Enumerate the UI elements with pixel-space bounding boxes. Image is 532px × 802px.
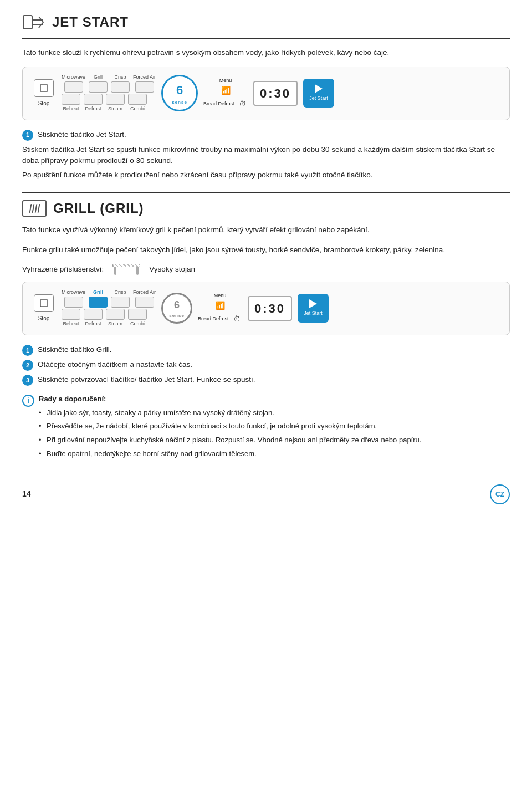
- sense-number-2: 6: [174, 298, 180, 313]
- play-icon: [315, 84, 323, 93]
- grill-icon: [22, 200, 47, 217]
- cz-badge: CZ: [490, 484, 510, 504]
- bottom-mode-row: Reheat Defrost Steam Combi: [62, 94, 156, 113]
- jet-start-button[interactable]: Jet Start: [303, 79, 334, 108]
- sense-dial-2[interactable]: 6 sense: [161, 293, 192, 324]
- defrost-btn-2[interactable]: Defrost: [84, 309, 103, 328]
- info-icon: i: [22, 395, 34, 407]
- sense-sub-2: sense: [169, 313, 185, 319]
- svg-rect-0: [23, 16, 32, 29]
- svg-rect-4: [40, 300, 47, 307]
- bread-defrost-label-2: Bread Defrost: [198, 316, 229, 322]
- tip-4: Buďte opatrní, nedotýkejte se horní stěn…: [39, 448, 421, 460]
- panel-right-group: Menu 📶 Bread Defrost ⏱: [203, 77, 248, 109]
- wifi-icon-2: 📶: [216, 300, 225, 311]
- microwave-btn[interactable]: Microwave: [62, 74, 85, 93]
- jet-start-steps: 1 Stiskněte tlačítko Jet Start. Stiskem …: [22, 129, 510, 181]
- sense-dial[interactable]: 6 sense: [161, 75, 198, 111]
- jet-start-button-2[interactable]: Jet Start: [298, 294, 329, 323]
- grill-title: GRILL (GRIL): [53, 198, 144, 218]
- grill-header: GRILL (GRIL): [22, 198, 510, 218]
- clock-icon: ⏱: [239, 99, 246, 110]
- steam-btn-2[interactable]: Steam: [106, 309, 125, 328]
- control-panel-jet-start: Stop Microwave Grill Crisp Forced Air: [22, 67, 510, 120]
- clock-icon-2: ⏱: [233, 314, 241, 325]
- accessory-label: Vyhrazené příslušenství:: [22, 264, 104, 275]
- steam-btn[interactable]: Steam: [106, 94, 125, 113]
- stop-button-box-2[interactable]: [34, 294, 54, 312]
- tip-2: Přesvědčte se, že nádobí, které používát…: [39, 421, 421, 432]
- grill-detail: Funkce grilu také umožňuje pečení takový…: [22, 244, 510, 256]
- grill-steps: 1 Stiskněte tlačítko Grill. 2 Otáčejte o…: [22, 344, 510, 386]
- svg-rect-3: [40, 85, 47, 91]
- stop-label: Stop: [38, 99, 50, 108]
- grill-step-2: 2 Otáčejte otočným tlačítkem a nastavte …: [22, 359, 510, 371]
- top-mode-row: Microwave Grill Crisp Forced Air: [62, 74, 156, 93]
- sense-number: 6: [176, 81, 183, 99]
- step-1: 1 Stiskněte tlačítko Jet Start.: [22, 129, 510, 141]
- stop-button-area-2: Stop: [32, 294, 56, 323]
- tip-3: Při grilování nepoužívejte kuchyňské náč…: [39, 435, 421, 446]
- step-1-text: Stiskněte tlačítko Jet Start.: [38, 129, 126, 140]
- grill-step-3-circle: 3: [22, 375, 33, 386]
- page-footer: 14 CZ: [22, 479, 510, 504]
- tip-1: Jídla jako sýr, toasty, steaky a párky u…: [39, 407, 421, 419]
- menu-label-2: Menu: [214, 292, 227, 300]
- step-1-circle: 1: [22, 130, 33, 141]
- step-2-text: Stiskem tlačítka Jet Start se spustí fun…: [22, 144, 510, 167]
- icons-row-2: Bread Defrost ⏱: [198, 314, 242, 325]
- grill-btn[interactable]: Grill: [89, 74, 108, 93]
- combi-btn-2[interactable]: Combi: [128, 309, 147, 328]
- bread-defrost-label: Bread Defrost: [203, 101, 234, 107]
- jet-start-section: JET START Tato funkce slouží k rychlému …: [22, 11, 510, 181]
- crisp-btn[interactable]: Crisp: [111, 74, 130, 93]
- tips-box: i Rady a doporučení: Jídla jako sýr, toa…: [22, 394, 510, 462]
- mode-buttons-2: Microwave Grill Crisp Forced Air: [62, 289, 156, 328]
- menu-area: Menu 📶: [203, 77, 248, 96]
- grill-step-2-circle: 2: [22, 360, 33, 371]
- grill-step-3: 3 Stiskněte potvrzovací tlačítko/ tlačít…: [22, 374, 510, 386]
- stand-image: [112, 264, 140, 275]
- sense-sub: sense: [172, 99, 187, 106]
- step-3: Po spuštění funkce můžete k prodloužení …: [22, 170, 510, 181]
- reheat-btn-2[interactable]: Reheat: [62, 309, 80, 328]
- menu-label: Menu: [219, 77, 232, 85]
- defrost-btn[interactable]: Defrost: [84, 94, 103, 113]
- bottom-mode-row-2: Reheat Defrost Steam Combi: [62, 309, 156, 328]
- jet-start-btn-label-2: Jet Start: [304, 310, 323, 318]
- grill-step-3-text: Stiskněte potvrzovací tlačítko/ tlačítko…: [38, 374, 255, 385]
- stop-button-box[interactable]: [34, 79, 54, 97]
- icons-row: Bread Defrost ⏱: [203, 99, 248, 110]
- play-icon-2: [309, 299, 317, 308]
- top-mode-row-2: Microwave Grill Crisp Forced Air: [62, 289, 156, 308]
- crisp-btn-2[interactable]: Crisp: [111, 289, 130, 308]
- accessory-row: Vyhrazené příslušenství: Vysoký stojan: [22, 264, 510, 275]
- combi-btn[interactable]: Combi: [128, 94, 147, 113]
- wifi-icon: 📶: [221, 85, 231, 96]
- grill-intro: Tato funkce využívá výkonný křemíkový gr…: [22, 224, 510, 236]
- section-divider: [22, 192, 510, 193]
- microwave-btn-2[interactable]: Microwave: [62, 289, 85, 308]
- forced-air-btn-2[interactable]: Forced Air: [133, 289, 156, 308]
- time-display: 0:30: [253, 81, 298, 106]
- time-display-2: 0:30: [248, 296, 292, 321]
- section-header: JET START: [22, 11, 510, 39]
- page-number: 14: [22, 488, 31, 500]
- control-panel-grill: Stop Microwave Grill Crisp Forced Air: [22, 282, 510, 335]
- jet-start-title: JET START: [52, 12, 129, 32]
- step-3-text: Po spuštění funkce můžete k prodloužení …: [22, 170, 373, 181]
- tips-title: Rady a doporučení:: [39, 394, 421, 405]
- jet-start-icon: [22, 11, 44, 33]
- forced-air-btn[interactable]: Forced Air: [133, 74, 156, 93]
- reheat-btn[interactable]: Reheat: [62, 94, 80, 113]
- step-2: Stiskem tlačítka Jet Start se spustí fun…: [22, 144, 510, 167]
- jet-start-intro: Tato funkce slouží k rychlému ohřevu pot…: [22, 47, 510, 59]
- grill-btn-2[interactable]: Grill: [89, 289, 108, 308]
- mode-buttons: Microwave Grill Crisp Forced Air: [62, 74, 156, 113]
- grill-step-1: 1 Stiskněte tlačítko Grill.: [22, 344, 510, 356]
- panel-right-group-2: Menu 📶 Bread Defrost ⏱: [198, 292, 242, 324]
- jet-start-btn-label: Jet Start: [309, 95, 328, 103]
- tips-content: Rady a doporučení: Jídla jako sýr, toast…: [39, 394, 421, 462]
- grill-step-1-text: Stiskněte tlačítko Grill.: [38, 344, 112, 355]
- accessory-name: Vysoký stojan: [149, 264, 195, 275]
